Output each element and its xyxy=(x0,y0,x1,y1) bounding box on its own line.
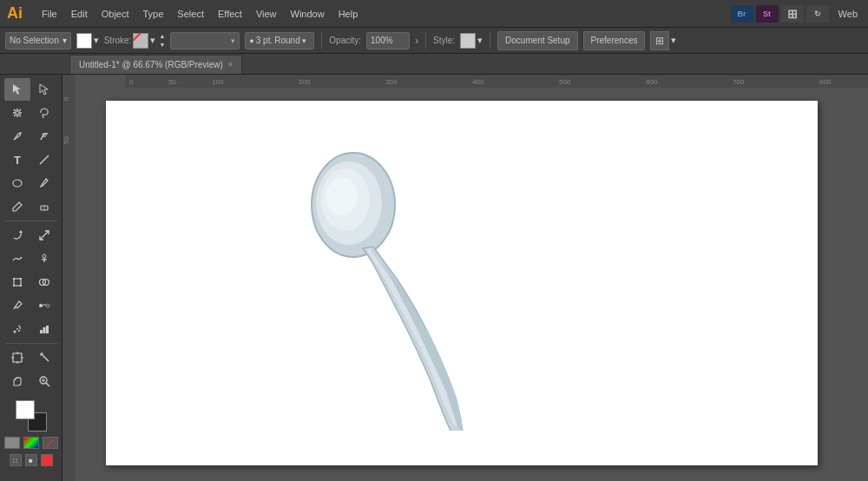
tool-row-12 xyxy=(4,346,57,369)
svg-line-44 xyxy=(46,383,49,386)
separator-1 xyxy=(321,32,322,49)
pen-tool[interactable] xyxy=(4,125,30,148)
change-screen-mode-button[interactable]: □ xyxy=(10,454,22,466)
style-control[interactable]: ▾ xyxy=(460,33,483,49)
menu-file[interactable]: File xyxy=(35,5,64,23)
menu-edit[interactable]: Edit xyxy=(64,5,95,23)
stock-icon[interactable]: St xyxy=(756,5,779,23)
svg-rect-24 xyxy=(13,285,15,287)
opacity-value: 100% xyxy=(371,36,393,45)
main-area: T xyxy=(0,75,868,481)
document-setup-button[interactable]: Document Setup xyxy=(497,31,578,50)
foreground-color-box[interactable] xyxy=(16,400,35,419)
blend-tool[interactable] xyxy=(31,294,57,317)
fill-color-box[interactable] xyxy=(76,33,92,49)
stroke-width-input[interactable]: ▾ xyxy=(170,32,240,49)
symbol-sprayer-tool[interactable] xyxy=(4,318,30,340)
rotate-tool[interactable] xyxy=(4,224,30,247)
slice-tool[interactable] xyxy=(31,346,57,369)
screen-mode-2-button[interactable]: ■ xyxy=(25,454,37,466)
fill-control[interactable]: ▾ xyxy=(76,33,99,49)
screen-mode-3-button[interactable] xyxy=(41,454,53,466)
arrange-arrow: ▾ xyxy=(671,35,676,46)
dropdown-arrow-icon: ▾ xyxy=(62,36,67,45)
app-logo: Ai xyxy=(3,3,26,24)
tool-row-6 xyxy=(4,195,57,218)
line-segment-tool[interactable] xyxy=(31,148,57,171)
type-icon: T xyxy=(14,154,21,167)
free-transform-tool[interactable] xyxy=(4,271,30,293)
lasso-tool[interactable] xyxy=(31,102,57,124)
web-button[interactable]: Web xyxy=(832,5,865,23)
svg-rect-34 xyxy=(40,330,43,333)
magic-wand-tool[interactable] xyxy=(4,102,30,124)
tool-row-4: T xyxy=(4,148,57,171)
tool-row-1 xyxy=(4,78,57,101)
svg-line-28 xyxy=(14,306,16,309)
ellipse-tool[interactable] xyxy=(4,172,30,194)
curvature-tool[interactable] xyxy=(31,125,57,148)
opacity-input[interactable]: 100% xyxy=(366,32,410,49)
preferences-button[interactable]: Preferences xyxy=(583,31,646,50)
selection-tool[interactable] xyxy=(4,78,30,101)
menu-select[interactable]: Select xyxy=(170,5,211,23)
eraser-tool[interactable] xyxy=(31,195,57,218)
selection-dropdown[interactable]: No Selection ▾ xyxy=(5,32,71,49)
svg-rect-21 xyxy=(14,279,21,286)
spoon-illustration xyxy=(279,135,505,432)
scale-tool[interactable] xyxy=(31,224,57,247)
svg-marker-16 xyxy=(19,230,23,233)
arrange-icon[interactable]: ⊞ xyxy=(650,31,669,50)
sync-icon[interactable]: ↻ xyxy=(806,5,829,23)
zoom-tool[interactable] xyxy=(31,370,57,392)
menu-effect[interactable]: Effect xyxy=(211,5,249,23)
stroke-icon[interactable] xyxy=(133,33,148,49)
color-mode-button[interactable] xyxy=(4,437,20,449)
pencil-tool[interactable] xyxy=(4,195,30,218)
paintbrush-tool[interactable] xyxy=(31,172,57,194)
column-graph-tool[interactable] xyxy=(31,318,57,340)
stroke-dropdown-arrow: ▾ xyxy=(150,35,155,46)
tab-title: Untitled-1* @ 66.67% (RGB/Preview) xyxy=(79,60,223,69)
menu-object[interactable]: Object xyxy=(95,5,136,23)
eyedropper-tool[interactable] xyxy=(4,294,30,317)
puppet-warp-tool[interactable] xyxy=(31,247,57,270)
style-box[interactable] xyxy=(460,33,476,49)
menu-view[interactable]: View xyxy=(249,5,284,23)
menu-type[interactable]: Type xyxy=(136,5,171,23)
stroke-weight-display[interactable]: ● 3 pt. Round ▾ xyxy=(245,32,314,49)
svg-marker-0 xyxy=(13,84,21,95)
svg-marker-1 xyxy=(40,84,48,95)
bridge-icon[interactable]: Br xyxy=(731,5,753,23)
menu-help[interactable]: Help xyxy=(332,5,365,23)
warp-tool[interactable] xyxy=(4,247,30,270)
direct-selection-tool[interactable] xyxy=(31,78,57,101)
grid-icon[interactable]: ⊞ xyxy=(781,5,804,23)
document-tab[interactable]: Untitled-1* @ 66.67% (RGB/Preview) × xyxy=(69,55,242,74)
arrange-control[interactable]: ⊞ ▾ xyxy=(650,31,676,50)
type-tool[interactable]: T xyxy=(4,148,30,171)
canvas-area[interactable]: 0 50 100 200 300 400 500 600 700 800 0 5… xyxy=(62,75,868,481)
tab-close-button[interactable]: × xyxy=(228,60,233,69)
tool-row-2 xyxy=(4,102,57,124)
menu-window[interactable]: Window xyxy=(284,5,332,23)
none-mode-button[interactable] xyxy=(43,437,58,449)
svg-point-29 xyxy=(39,304,43,307)
svg-rect-25 xyxy=(20,285,22,287)
artboard-tool[interactable] xyxy=(4,346,30,369)
stroke-stepper[interactable]: ▲ ▼ xyxy=(159,32,165,49)
svg-line-17 xyxy=(40,231,49,240)
stroke-weight-icon: ● xyxy=(249,36,253,45)
color-boxes[interactable] xyxy=(16,400,47,432)
svg-text:800: 800 xyxy=(819,78,832,86)
gradient-mode-button[interactable] xyxy=(23,437,39,449)
svg-point-30 xyxy=(46,304,49,307)
hand-tool[interactable] xyxy=(4,370,30,392)
shape-builder-tool[interactable] xyxy=(31,271,57,293)
opacity-label: Opacity: xyxy=(329,36,361,45)
svg-text:600: 600 xyxy=(646,78,658,86)
opacity-expand-icon[interactable]: › xyxy=(415,35,418,47)
svg-point-13 xyxy=(13,180,22,187)
svg-rect-35 xyxy=(43,327,46,333)
separator-2 xyxy=(425,32,426,49)
